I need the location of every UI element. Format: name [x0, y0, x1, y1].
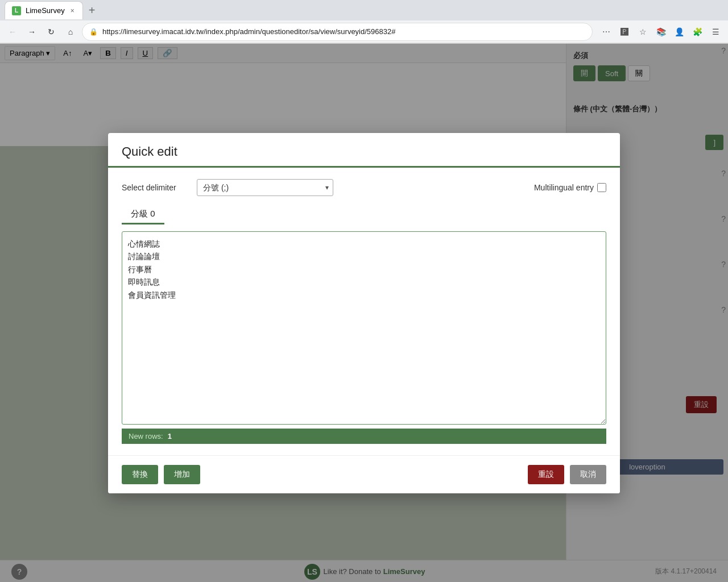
- library-button[interactable]: 📚: [653, 24, 669, 40]
- add-button[interactable]: 增加: [164, 465, 200, 484]
- multilingual-label: Multilingual entry: [534, 183, 606, 192]
- modal-header: Quick edit: [108, 133, 620, 168]
- nav-extra-buttons: ⋯ 🅿 ☆ 📚 👤 🧩 ☰: [598, 24, 723, 40]
- tab-favicon: L: [12, 6, 21, 15]
- quick-edit-modal: Quick edit Select delimiter 分號 (;) ▾ Mul…: [108, 133, 620, 493]
- new-rows-count: 1: [168, 432, 172, 440]
- tab-bar: L LimeSurvey × +: [0, 0, 728, 20]
- tab-close-button[interactable]: ×: [69, 6, 76, 16]
- tab-section: 分級 0: [122, 205, 606, 225]
- browser-chrome: L LimeSurvey × + ← → ↻ ⌂ 🔒 https://limes…: [0, 0, 728, 44]
- sync-button[interactable]: 👤: [671, 24, 687, 40]
- back-button[interactable]: ←: [5, 24, 20, 40]
- more-button[interactable]: ⋯: [598, 24, 614, 40]
- modal-overlay: Quick edit Select delimiter 分號 (;) ▾ Mul…: [0, 44, 728, 582]
- url-text: https://limesurvey.imacat.idv.tw/index.p…: [102, 27, 585, 36]
- tab-title: LimeSurvey: [26, 6, 65, 15]
- extensions-button[interactable]: 🧩: [689, 24, 705, 40]
- modal-title: Quick edit: [122, 144, 606, 159]
- new-tab-button[interactable]: +: [85, 4, 99, 17]
- nav-bar: ← → ↻ ⌂ 🔒 https://limesurvey.imacat.idv.…: [0, 20, 728, 43]
- address-bar[interactable]: 🔒 https://limesurvey.imacat.idv.tw/index…: [82, 23, 593, 41]
- delimiter-select[interactable]: 分號 (;): [197, 179, 333, 196]
- grade-tab[interactable]: 分級 0: [122, 205, 164, 225]
- active-tab[interactable]: L LimeSurvey ×: [5, 1, 83, 19]
- modal-body: Select delimiter 分號 (;) ▾ Multilingual e…: [108, 168, 620, 455]
- textarea-container: 心情網誌 討論論壇 行事曆 即時訊息 會員資訊管理: [122, 231, 606, 426]
- cancel-button[interactable]: 取消: [570, 465, 606, 484]
- page-background: 必須 開 Soft 關 條件 (中文（繁體-台灣）） Statistics 重設…: [0, 44, 728, 582]
- delimiter-row: Select delimiter 分號 (;) ▾ Multilingual e…: [122, 179, 606, 196]
- modal-footer: 替換 增加 重設 取消: [108, 455, 620, 493]
- answers-textarea[interactable]: 心情網誌 討論論壇 行事曆 即時訊息 會員資訊管理: [122, 231, 606, 425]
- reset-button[interactable]: 重設: [528, 465, 564, 484]
- delimiter-label: Select delimiter: [122, 183, 190, 192]
- forward-button[interactable]: →: [24, 24, 40, 40]
- pocket-button[interactable]: 🅿: [617, 24, 632, 40]
- bookmark-button[interactable]: ☆: [635, 24, 651, 40]
- replace-button[interactable]: 替換: [122, 465, 158, 484]
- menu-button[interactable]: ☰: [708, 24, 723, 40]
- lock-icon: 🔒: [89, 28, 98, 36]
- home-button[interactable]: ⌂: [63, 24, 78, 40]
- reload-button[interactable]: ↻: [43, 24, 59, 40]
- new-rows-bar: New rows: 1: [122, 429, 606, 444]
- multilingual-checkbox[interactable]: [597, 183, 606, 192]
- delimiter-select-wrapper: 分號 (;) ▾: [197, 179, 333, 196]
